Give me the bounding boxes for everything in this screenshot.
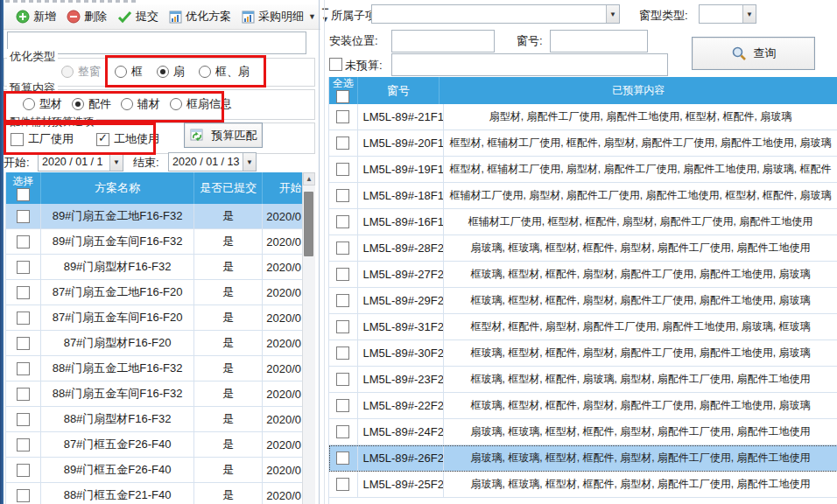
radio-option-辅材[interactable]: 辅材 (121, 96, 160, 112)
plan-row[interactable]: 88#门扇五金工地F16-F32是2020/0 (6, 356, 315, 382)
radio-option-配件[interactable]: 配件 (72, 96, 111, 112)
budget-row[interactable]: LM5L-89#-20F18框型材, 框辅材工厂使用, 框配件, 扇型材, 扇配… (329, 130, 837, 157)
radio-option-框[interactable]: 框 (115, 64, 143, 80)
no-budget-input[interactable] (391, 53, 668, 76)
checkbox-option-工地使用[interactable]: 工地使用 (96, 131, 159, 147)
date-end-picker[interactable]: 2020 / 01 / 13 ▼ (168, 152, 257, 172)
panel-divider[interactable] (319, 0, 320, 504)
budget-row[interactable]: LM5L-89#-24F22扇玻璃, 框玻璃, 框型材, 框配件, 扇型材, 扇… (329, 419, 837, 445)
radio-icon[interactable] (170, 98, 182, 110)
row-checkbox[interactable] (336, 163, 349, 176)
budget-row[interactable]: LM5L-89#-19F17框型材, 框辅材工厂使用, 扇型材, 扇配件工厂使用… (329, 157, 837, 183)
radio-option-整窗[interactable]: 整窗 (61, 64, 101, 80)
add-button[interactable]: 新增 (11, 7, 61, 26)
chevron-down-icon[interactable]: ▼ (109, 153, 123, 171)
no-budget-checkbox[interactable] (329, 58, 342, 71)
scrollbar-thumb[interactable] (304, 192, 313, 256)
date-start-picker[interactable]: 2020 / 01 / 1 ▼ (38, 152, 123, 172)
row-checkbox[interactable] (17, 210, 30, 223)
row-checkbox[interactable] (336, 373, 349, 386)
budget-row[interactable]: LM5L-89#-25F23扇玻璃, 框玻璃, 框型材, 框配件, 扇型材, 扇… (329, 472, 837, 498)
plan-row[interactable]: 88#门扇五金车间F16-F32是2020/0 (6, 382, 315, 407)
toolbar-overflow-button[interactable]: ▔▼ (321, 10, 329, 23)
row-checkbox[interactable] (336, 189, 349, 202)
budget-row[interactable]: LM5L-89#-18F16框辅材工厂使用, 扇型材, 扇配件工厂使用, 扇配件… (329, 183, 837, 209)
row-checkbox[interactable] (336, 215, 349, 228)
plan-row[interactable]: 88#门框五金F21-F40是2020/0 (6, 483, 315, 504)
budget-row[interactable]: LM5L-89#-22F20框玻璃, 框型材, 框配件, 扇型材, 扇配件工厂使… (329, 393, 837, 419)
purchase-detail-button[interactable]: 采购明细 ▼ (236, 7, 321, 26)
plan-row[interactable]: 87#门扇型材F16-F20是2020/0 (6, 331, 315, 356)
radio-icon[interactable] (23, 98, 35, 110)
radio-option-型材[interactable]: 型材 (23, 96, 62, 112)
install-position-input[interactable] (391, 30, 495, 52)
checkbox-icon[interactable] (11, 133, 24, 146)
radio-checked-icon[interactable] (72, 98, 84, 110)
plan-row[interactable]: 89#门框五金F26-F40是2020/0 (6, 458, 315, 483)
radio-checked-icon[interactable] (157, 66, 169, 78)
plan-row[interactable]: 89#门扇型材F16-F32是2020/0 (6, 255, 315, 280)
budget-row[interactable]: LM5L-89#-27F25框玻璃, 框型材, 框配件, 扇型材, 扇配件工厂使… (329, 262, 837, 288)
row-checkbox[interactable] (17, 464, 30, 477)
row-checkbox[interactable] (17, 261, 30, 274)
budget-row[interactable]: LM5L-89#-21F19扇型材, 扇配件工厂使用, 扇配件工地使用, 框型材… (329, 104, 837, 130)
row-checkbox[interactable] (336, 452, 349, 465)
row-checkbox[interactable] (336, 294, 349, 307)
budget-row[interactable]: LM5L-89#-26F24扇玻璃, 框玻璃, 框型材, 框配件, 扇型材, 扇… (329, 445, 837, 472)
plan-row[interactable]: 87#门扇五金车间F16-F20是2020/0 (6, 305, 315, 331)
row-checkbox[interactable] (17, 286, 30, 299)
row-checkbox[interactable] (336, 136, 349, 150)
checkbox-option-工厂使用[interactable]: 工厂使用 (11, 131, 74, 147)
budget-row[interactable]: LM5L-89#-16F15框辅材工厂使用, 框型材, 框配件, 扇型材, 扇配… (329, 209, 837, 235)
row-checkbox[interactable] (336, 268, 349, 281)
chevron-down-icon[interactable]: ▼ (742, 5, 756, 23)
row-checkbox[interactable] (17, 235, 30, 248)
budget-content-column-header[interactable]: 已预算内容 (440, 77, 837, 104)
row-checkbox[interactable] (17, 438, 30, 452)
scroll-up-button[interactable]: ▲ (303, 172, 315, 186)
radio-option-框扇信息[interactable]: 框扇信息 (170, 96, 232, 112)
row-checkbox[interactable] (17, 489, 30, 502)
plan-name-column-header[interactable]: 方案名称 (41, 172, 194, 204)
delete-button[interactable]: 删除 (61, 7, 112, 26)
select-all-checkbox[interactable] (336, 90, 349, 103)
plan-row[interactable]: 89#门扇五金工地F16-F32是2020/0 (6, 204, 315, 229)
radio-option-框、扇[interactable]: 框、扇 (199, 64, 250, 80)
row-checkbox[interactable] (17, 362, 30, 375)
row-checkbox[interactable] (336, 346, 349, 360)
select-all-checkbox[interactable] (17, 188, 30, 201)
plan-row[interactable]: 87#门扇五金工地F16-F20是2020/0 (6, 280, 315, 305)
row-checkbox[interactable] (17, 413, 30, 426)
row-checkbox[interactable] (336, 242, 349, 255)
row-checkbox[interactable] (17, 388, 30, 401)
row-checkbox[interactable] (336, 110, 349, 123)
sub-item-combobox[interactable]: ▼ (371, 4, 620, 24)
row-checkbox[interactable] (336, 425, 349, 438)
radio-icon[interactable] (121, 98, 133, 110)
checkbox-checked-icon[interactable] (96, 133, 109, 146)
budget-row[interactable]: LM5L-89#-31F29框型材, 框配件, 扇型材, 扇配件工厂使用, 扇配… (329, 314, 837, 340)
window-no-input[interactable] (550, 30, 648, 52)
row-checkbox[interactable] (336, 399, 349, 412)
budget-match-button[interactable]: 预算匹配 (184, 122, 263, 148)
submitted-column-header[interactable]: 是否已提交 (194, 172, 263, 204)
budget-row[interactable]: LM5L-89#-30F28框玻璃, 框型材, 框配件, 扇型材, 扇配件工厂使… (329, 340, 837, 367)
optimize-plan-button[interactable]: 优化方案 (164, 7, 236, 26)
plan-row[interactable]: 87#门框五金F26-F40是2020/0 (6, 432, 315, 458)
budget-row[interactable]: LM5L-89#-28F26扇玻璃, 框玻璃, 框型材, 框配件, 扇型材, 扇… (329, 235, 837, 262)
chevron-down-icon[interactable]: ▼ (606, 5, 619, 23)
plan-row[interactable]: 88#门扇型材F16-F32是2020/0 (6, 407, 315, 432)
query-button[interactable]: 查询 (692, 37, 815, 70)
row-checkbox[interactable] (17, 312, 30, 325)
chevron-down-icon[interactable]: ▼ (308, 12, 316, 21)
row-checkbox[interactable] (17, 337, 30, 350)
budget-row[interactable]: LM5L-89#-23F21框玻璃, 框型材, 框配件, 扇玻璃, 扇型材, 扇… (329, 367, 837, 393)
budget-row[interactable]: LM5L-89#-29F27框玻璃, 框型材, 框配件, 扇型材, 扇配件工厂使… (329, 288, 837, 314)
radio-icon[interactable] (61, 66, 74, 78)
radio-icon[interactable] (115, 66, 127, 78)
window-type-combobox[interactable]: ▼ (699, 4, 756, 24)
plan-table-scrollbar[interactable]: ▲ (302, 172, 315, 504)
window-no-column-header[interactable]: 窗号 (358, 77, 440, 104)
radio-icon[interactable] (199, 66, 211, 78)
row-checkbox[interactable] (336, 320, 349, 333)
